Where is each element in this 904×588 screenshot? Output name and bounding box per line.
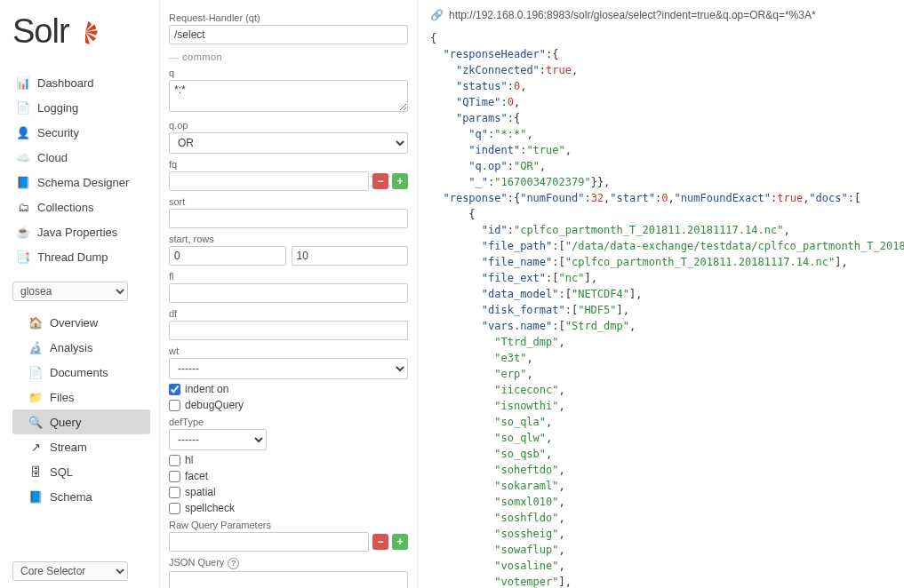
spatial-label: spatial — [185, 486, 216, 498]
subnav-item-query[interactable]: 🔍Query — [12, 409, 150, 434]
json-query-input[interactable] — [169, 571, 408, 588]
subnav-label: Stream — [50, 441, 87, 454]
facet-checkbox[interactable] — [169, 471, 180, 482]
collection-selector[interactable]: glosea — [12, 282, 150, 301]
rows-input[interactable] — [292, 246, 409, 266]
subnav-label: Files — [50, 391, 74, 404]
nav-icon: ☕ — [16, 225, 30, 239]
nav-item-dashboard[interactable]: 📊Dashboard — [12, 70, 150, 95]
deftype-select[interactable]: ------ — [169, 429, 267, 450]
json-query-label: JSON Query? — [169, 557, 408, 569]
subnav-item-sql[interactable]: 🗄SQL — [12, 459, 150, 484]
fq-add-icon[interactable]: + — [392, 173, 408, 189]
request-handler-label: Request-Handler (qt) — [169, 12, 408, 23]
wt-label: wt — [169, 346, 408, 356]
subnav-icon: 🗄 — [28, 465, 43, 479]
nav-label: Java Properties — [37, 226, 117, 239]
subnav-item-stream[interactable]: ↗Stream — [12, 434, 150, 459]
indent-checkbox[interactable] — [169, 384, 180, 395]
subnav-label: Query — [50, 416, 81, 429]
fq-remove-icon[interactable]: − — [372, 173, 388, 189]
qop-select[interactable]: OR — [169, 132, 408, 154]
nav-label: Collections — [37, 201, 94, 214]
link-icon: 🔗 — [430, 7, 444, 23]
facet-checkbox-row[interactable]: facet — [169, 470, 408, 482]
subnav-item-analysis[interactable]: 🔬Analysis — [12, 335, 150, 360]
debugquery-checkbox-row[interactable]: debugQuery — [169, 399, 408, 411]
sort-input[interactable] — [169, 209, 408, 228]
logo-text: Solr — [12, 12, 69, 51]
subnav-icon: 📘 — [28, 489, 43, 504]
nav-label: Dashboard — [37, 76, 94, 90]
subnav-icon: 📁 — [28, 390, 43, 404]
wt-select[interactable]: ------ — [169, 358, 408, 379]
subnav-label: SQL — [50, 465, 73, 479]
query-form: Request-Handler (qt) common q *:* q.op O… — [160, 0, 418, 588]
df-label: df — [169, 308, 408, 319]
sidebar: Solr 📊Dashboard📄Logging👤Security☁️Cloud📘… — [0, 0, 160, 588]
core-selector[interactable]: Core Selector — [12, 561, 128, 581]
subnav-item-schema[interactable]: 📘Schema — [12, 484, 150, 509]
q-input[interactable]: *:* — [169, 80, 408, 112]
subnav-label: Documents — [50, 366, 108, 379]
hl-label: hl — [185, 454, 193, 466]
result-url-bar[interactable]: 🔗 http://192.168.0.196:8983/solr/glosea/… — [430, 7, 895, 23]
logo: Solr — [12, 12, 150, 51]
nav-icon: 📘 — [16, 175, 30, 189]
fl-input[interactable] — [169, 283, 408, 303]
subnav-item-overview[interactable]: 🏠Overview — [12, 310, 150, 335]
indent-label: indent on — [185, 383, 228, 395]
raw-input[interactable] — [169, 532, 369, 552]
nav-main: 📊Dashboard📄Logging👤Security☁️Cloud📘Schem… — [12, 70, 150, 269]
nav-item-cloud[interactable]: ☁️Cloud — [12, 145, 150, 170]
nav-label: Logging — [37, 101, 78, 115]
debugquery-label: debugQuery — [185, 399, 244, 411]
nav-label: Thread Dump — [37, 250, 108, 264]
result-url: http://192.168.0.196:8983/solr/glosea/se… — [449, 7, 816, 23]
spellcheck-label: spellcheck — [185, 502, 235, 514]
df-input[interactable] — [169, 321, 408, 340]
common-section-label: common — [169, 52, 408, 62]
nav-item-java-properties[interactable]: ☕Java Properties — [12, 219, 150, 244]
nav-icon: 👤 — [16, 125, 30, 139]
subnav-item-files[interactable]: 📁Files — [12, 385, 150, 409]
raw-add-icon[interactable]: + — [392, 534, 408, 550]
raw-label: Raw Query Parameters — [169, 520, 408, 530]
nav-icon: 📄 — [16, 100, 30, 115]
nav-item-logging[interactable]: 📄Logging — [12, 95, 150, 120]
nav-item-collections[interactable]: 🗂Collections — [12, 195, 150, 219]
hl-checkbox[interactable] — [169, 455, 180, 466]
request-handler-input[interactable] — [169, 25, 408, 44]
spellcheck-checkbox[interactable] — [169, 503, 180, 514]
start-input[interactable] — [169, 246, 286, 266]
result-panel: 🔗 http://192.168.0.196:8983/solr/glosea/… — [418, 0, 904, 588]
subnav-label: Schema — [50, 490, 92, 504]
help-icon[interactable]: ? — [228, 558, 239, 569]
nav-icon: 📑 — [16, 250, 30, 264]
nav-icon: 🗂 — [16, 200, 30, 214]
subnav-icon: 🔍 — [28, 415, 43, 429]
indent-checkbox-row[interactable]: indent on — [169, 383, 408, 395]
spatial-checkbox[interactable] — [169, 487, 180, 498]
fl-label: fl — [169, 271, 408, 282]
spellcheck-checkbox-row[interactable]: spellcheck — [169, 502, 408, 514]
debugquery-checkbox[interactable] — [169, 400, 180, 411]
nav-label: Cloud — [37, 151, 68, 164]
deftype-label: defType — [169, 417, 408, 427]
subnav-icon: 📄 — [28, 365, 43, 379]
subnav-icon: 🏠 — [28, 315, 43, 330]
start-rows-label: start, rows — [169, 234, 408, 244]
subnav-item-documents[interactable]: 📄Documents — [12, 360, 150, 385]
raw-remove-icon[interactable]: − — [372, 534, 388, 550]
hl-checkbox-row[interactable]: hl — [169, 454, 408, 466]
nav-label: Schema Designer — [37, 176, 129, 189]
nav-item-schema-designer[interactable]: 📘Schema Designer — [12, 170, 150, 195]
nav-item-thread-dump[interactable]: 📑Thread Dump — [12, 244, 150, 269]
nav-item-security[interactable]: 👤Security — [12, 120, 150, 145]
collection-select[interactable]: glosea — [12, 282, 128, 301]
spatial-checkbox-row[interactable]: spatial — [169, 486, 408, 498]
fq-input[interactable] — [169, 171, 369, 191]
q-label: q — [169, 68, 408, 78]
nav-label: Security — [37, 126, 79, 139]
sort-label: sort — [169, 196, 408, 207]
